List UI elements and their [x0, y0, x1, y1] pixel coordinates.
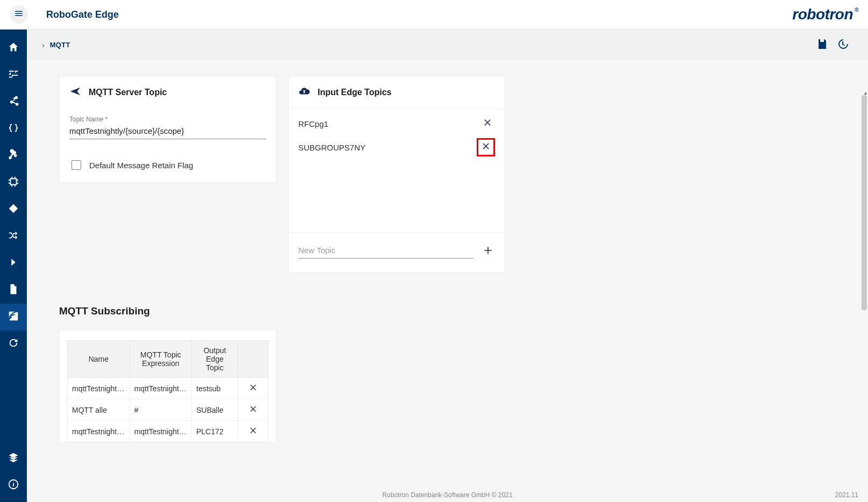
- scrollbar-thumb[interactable]: [862, 95, 867, 310]
- share-icon: [8, 95, 19, 109]
- save-button[interactable]: [812, 35, 833, 55]
- restore-icon: [836, 38, 849, 53]
- sidebar-item-tune[interactable]: [0, 62, 27, 89]
- cell-expr: #: [130, 399, 192, 421]
- add-topic-button[interactable]: [481, 245, 495, 259]
- sidebar-item-chevron[interactable]: [0, 250, 27, 277]
- cell-output: testsub: [192, 378, 238, 399]
- chevron-right-icon: [8, 256, 19, 270]
- topic-name-label: Topic Name *: [69, 116, 266, 123]
- breadcrumb-current[interactable]: MQTT: [50, 41, 70, 49]
- refresh-icon: [8, 337, 19, 351]
- main-content: MQTT Server Topic Topic Name * Default M…: [27, 60, 868, 502]
- plus-icon: [483, 245, 493, 258]
- retain-flag-checkbox[interactable]: [71, 160, 81, 170]
- waves-icon: [8, 310, 19, 324]
- cell-expr: mqttTestnightly/PL: [130, 421, 192, 442]
- delete-topic-button[interactable]: [477, 138, 495, 156]
- menu-toggle-button[interactable]: [10, 5, 28, 24]
- sidebar-item-info[interactable]: [0, 472, 27, 499]
- sidebar-item-json[interactable]: [0, 116, 27, 142]
- sidebar-item-document[interactable]: [0, 277, 27, 304]
- card-mqtt-subscribing: Name MQTT Topic Expression Output Edge T…: [59, 330, 276, 443]
- brand-logo: robotron: [792, 6, 858, 23]
- layers-icon: [8, 451, 19, 465]
- top-bar: RoboGate Edge robotron: [0, 0, 868, 30]
- col-actions: [238, 341, 268, 378]
- app-title: RoboGate Edge: [46, 9, 119, 20]
- close-icon: [481, 141, 491, 153]
- cell-expr: mqttTestnightly/#: [130, 378, 192, 399]
- subscribing-table: Name MQTT Topic Expression Output Edge T…: [67, 340, 268, 442]
- new-topic-input[interactable]: [298, 243, 474, 259]
- table-row[interactable]: mqttTestnightly/# mqttTestnightly/# test…: [68, 378, 268, 399]
- sliders-icon: [8, 68, 19, 82]
- shuffle-icon: [8, 230, 19, 243]
- info-icon: [8, 478, 19, 492]
- card-mqtt-server-topic: MQTT Server Topic Topic Name * Default M…: [59, 76, 276, 183]
- sidebar-item-refresh[interactable]: [0, 331, 27, 357]
- save-icon: [816, 38, 829, 53]
- send-icon: [69, 85, 81, 99]
- col-expr: MQTT Topic Expression: [130, 341, 192, 378]
- cpu-icon: [8, 176, 19, 190]
- home-icon: [8, 41, 19, 55]
- table-row[interactable]: mqttTestnightly/PL mqttTestnightly/PL PL…: [68, 421, 268, 442]
- sidebar-item-webhook[interactable]: [0, 142, 27, 169]
- delete-topic-button[interactable]: [480, 116, 495, 131]
- sidebar-item-layers[interactable]: [0, 445, 27, 472]
- cell-name: mqttTestnightly/#: [68, 378, 130, 399]
- sidebar-item-shuffle[interactable]: [0, 223, 27, 250]
- breadcrumb-bar: › MQTT: [27, 30, 868, 60]
- restore-button[interactable]: [833, 35, 853, 55]
- cell-output: SUBalle: [192, 399, 238, 421]
- cell-name: MQTT alle: [68, 399, 130, 421]
- braces-icon: [8, 122, 19, 136]
- retain-flag-label[interactable]: Default Message Retain Flag: [89, 161, 193, 170]
- cell-output: PLC172: [192, 421, 238, 442]
- document-icon: [8, 283, 19, 297]
- close-icon: [483, 118, 492, 130]
- topic-name: SUBGROUPS7NY: [298, 143, 365, 152]
- topic-row: RFCpg1: [298, 112, 495, 135]
- col-output: Output Edge Topic: [192, 341, 238, 378]
- card-input-edge-topics: Input Edge Topics RFCpg1 SUBGROUPS7NY: [288, 76, 505, 273]
- topic-name: RFCpg1: [298, 119, 328, 128]
- close-icon: [249, 385, 257, 393]
- sidebar-item-mqtt[interactable]: [0, 304, 27, 331]
- sidebar-item-share[interactable]: [0, 89, 27, 116]
- close-icon: [249, 406, 257, 415]
- cloud-upload-icon: [298, 85, 310, 99]
- col-name: Name: [68, 341, 130, 378]
- sidebar: [0, 30, 27, 502]
- topic-name-input[interactable]: [69, 124, 266, 139]
- close-icon: [249, 428, 257, 436]
- delete-row-button[interactable]: [238, 378, 268, 399]
- hamburger-icon: [14, 9, 24, 20]
- new-topic-area: [289, 232, 505, 272]
- sidebar-item-chip[interactable]: [0, 169, 27, 196]
- cell-name: mqttTestnightly/PL: [68, 421, 130, 442]
- sidebar-item-diamond[interactable]: [0, 196, 27, 223]
- section-title-subscribing: MQTT Subscribing: [59, 305, 836, 317]
- delete-row-button[interactable]: [238, 399, 268, 421]
- card-title: MQTT Server Topic: [89, 88, 167, 97]
- card-title: Input Edge Topics: [318, 88, 391, 97]
- webhook-icon: [8, 149, 19, 163]
- table-row[interactable]: MQTT alle # SUBalle: [68, 399, 268, 421]
- diamond-icon: [8, 203, 19, 217]
- topics-list: RFCpg1 SUBGROUPS7NY: [289, 109, 505, 232]
- delete-row-button[interactable]: [238, 421, 268, 442]
- chevron-right-icon: ›: [42, 41, 45, 49]
- sidebar-item-home[interactable]: [0, 35, 27, 62]
- topic-row: SUBGROUPS7NY: [298, 135, 495, 159]
